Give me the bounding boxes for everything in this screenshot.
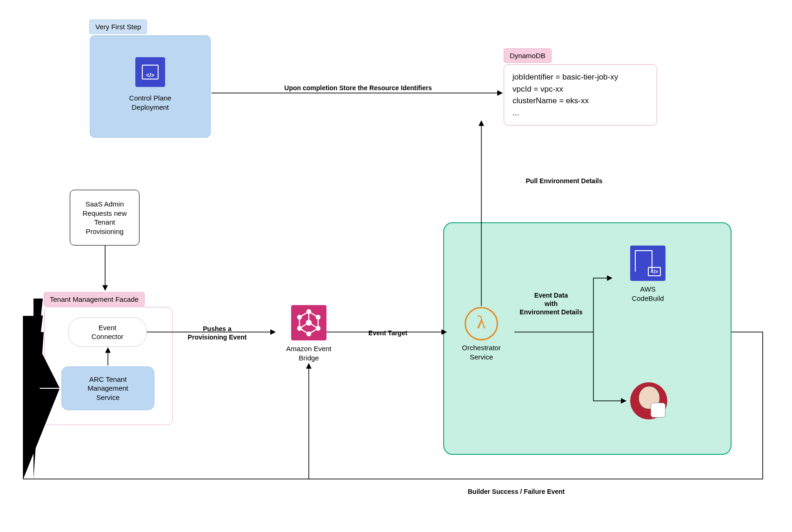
event-bridge-node: Amazon Event Bridge [276, 305, 341, 362]
control-plane-label: Control Plane Deployment [90, 93, 210, 112]
svg-point-2 [316, 315, 320, 319]
tag-very-first-step: Very First Step [89, 20, 147, 34]
edge-label-event-data: Event Data with Environment Details [512, 291, 591, 317]
edge-label-event-target: Event Target [355, 329, 420, 337]
edge-label-builder-result: Builder Success / Failure Event [442, 487, 591, 496]
tag-tenant-facade: Tenant Management Facade [44, 292, 145, 306]
dynamo-line-4: ... [512, 107, 648, 119]
event-bridge-icon [291, 305, 326, 340]
edge-label-pull-env: Pull Environment Details [515, 177, 613, 185]
codebuild-icon [630, 246, 666, 281]
svg-line-9 [309, 323, 318, 328]
tag-dynamodb: DynamoDB [504, 48, 552, 63]
jenkins-node [628, 382, 670, 419]
edge-label-pushes-event: Pushes a Provisioning Event [178, 325, 257, 341]
svg-line-10 [299, 323, 309, 328]
codebuild-node: AWS CodeBuild [613, 246, 683, 303]
event-bridge-label: Amazon Event Bridge [276, 344, 341, 362]
dynamodb-record-box: jobIdentifier = basic-tier-job-xy vpcId … [504, 64, 657, 126]
lambda-icon [465, 307, 498, 340]
event-connector-node: Event Connector [68, 317, 147, 347]
edge-label-store-resource: Upon completion Store the Resource Ident… [265, 84, 451, 92]
codebuild-label: AWS CodeBuild [613, 285, 683, 303]
jenkins-icon [630, 382, 667, 419]
deployment-icon [135, 57, 165, 87]
saas-admin-box: SaaS Admin Requests new Tenant Provision… [70, 190, 140, 246]
svg-point-4 [307, 332, 311, 336]
arc-tenant-node: ARC Tenant Management Service [61, 366, 154, 410]
orchestrator-node: Orchestrator Service [449, 307, 514, 361]
dynamo-line-2: vpcId = vpc-xx [512, 83, 648, 95]
dynamo-line-1: jobIdentifier = basic-tier-job-xy [512, 71, 648, 83]
svg-point-6 [298, 315, 301, 319]
dynamo-line-3: clusterName = eks-xx [512, 95, 648, 107]
control-plane-box: Control Plane Deployment [90, 35, 211, 138]
orchestrator-label: Orchestrator Service [449, 343, 514, 361]
